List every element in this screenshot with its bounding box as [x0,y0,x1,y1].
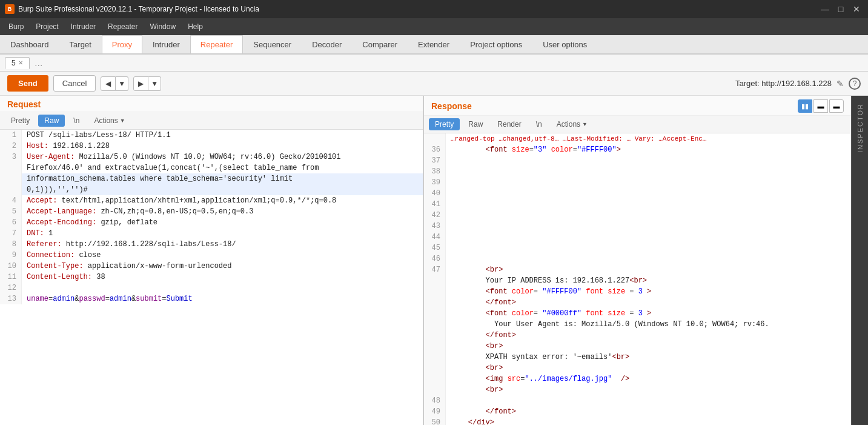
request-line: 6 Accept-Encoding: gzip, deflate [0,217,423,228]
request-line: 8 Referer: http://192.168.1.228/sqli-lab… [0,239,423,250]
menu-help[interactable]: Help [182,20,209,33]
response-line: 47 <br> [424,264,851,275]
request-line: 13 uname=admin&passwd=admin&submit=Submi… [0,293,423,304]
response-line: 49 </font> [424,406,851,417]
request-actions-chevron: ▼ [120,118,125,124]
response-line: 36 <font size="3" color="#FFFF00"> [424,144,851,155]
nav-back-group: ◀ ▼ [101,76,128,91]
toolbar: Send Cancel ◀ ▼ ▶ ▼ Target: http://192.1… [0,72,868,96]
tab-user-options[interactable]: User options [532,35,597,53]
request-line: 2 Host: 192.168.1.228 [0,141,423,152]
tab-decoder[interactable]: Decoder [302,35,352,53]
tab-comparer[interactable]: Comparer [352,35,408,53]
response-line: …ranged-top …changed,utf-8… …Last-Modifi… [424,133,851,144]
view-mode-list-button[interactable]: ▬ [813,99,828,113]
titlebar-controls[interactable]: — □ ✕ [818,2,863,16]
response-actions-dropdown[interactable]: Actions ▼ [551,118,594,130]
response-line: Your User Agent is: Mozilla/5.0 (Windows… [424,319,851,330]
nav-forward-dropdown[interactable]: ▼ [148,76,161,91]
request-tab-raw[interactable]: Raw [38,115,65,127]
response-line: 50 </div> [424,417,851,425]
nav-back-button[interactable]: ◀ [101,76,116,91]
response-line: XPATH syntax error: '~emails'<br> [424,352,851,363]
tab-extender[interactable]: Extender [408,35,460,53]
nav-forward-group: ▶ ▼ [133,76,161,91]
main-tabbar: Dashboard Target Proxy Intruder Repeater… [0,35,868,55]
menu-repeater[interactable]: Repeater [102,20,144,33]
response-line: 41 [424,199,851,210]
response-editor-tabbar: Pretty Raw Render \n Actions ▼ [424,116,851,133]
inspector-panel[interactable]: INSPECTOR [851,96,868,425]
response-line: 46 [424,253,851,264]
response-line: 42 [424,210,851,221]
request-line: 12 [0,283,423,293]
minimize-button[interactable]: — [818,2,832,16]
request-tab-newline[interactable]: \n [67,115,85,127]
request-line: 4 Accept: text/html,application/xhtml+xm… [0,195,423,206]
response-actions-chevron: ▼ [582,121,588,127]
target-text: Target: http://192.168.1.228 [735,79,832,88]
content-area: Request Pretty Raw \n Actions ▼ 1 POST /… [0,96,868,425]
response-line: <br> [424,341,851,352]
maximize-button[interactable]: □ [834,2,847,16]
request-actions-dropdown[interactable]: Actions ▼ [88,115,131,127]
tab-intruder[interactable]: Intruder [142,35,190,53]
sub-tab-5-label: 5 [12,59,16,67]
view-mode-full-button[interactable]: ▬ [829,99,844,113]
request-editor-tabbar: Pretty Raw \n Actions ▼ [0,112,423,130]
menu-intruder[interactable]: Intruder [65,20,102,33]
target-info: Target: http://192.168.1.228 ✎ ? [735,78,861,90]
request-code-editor[interactable]: 1 POST /sqli-labs/Less-18/ HTTP/1.1 2 Ho… [0,130,423,425]
tab-project-options[interactable]: Project options [460,35,532,53]
menu-window[interactable]: Window [144,20,182,33]
request-header: Request [0,96,423,112]
request-line: 3 User-Agent: Mozilla/5.0 (Windows NT 10… [0,152,423,162]
response-tab-render[interactable]: Render [491,118,527,130]
response-line: <font color= "#FFFF00" font size = 3 > [424,286,851,297]
titlebar-left: B Burp Suite Professional v2020.12.1 - T… [5,4,259,14]
response-line: 37 [424,155,851,166]
cancel-button[interactable]: Cancel [53,75,96,92]
tab-dashboard[interactable]: Dashboard [0,35,59,53]
titlebar: B Burp Suite Professional v2020.12.1 - T… [0,0,868,18]
menu-project[interactable]: Project [30,20,64,33]
request-line: information_schema.tables where table_sc… [0,173,423,184]
request-tab-pretty[interactable]: Pretty [5,115,36,127]
close-button[interactable]: ✕ [850,2,863,16]
app-icon: B [5,4,15,14]
inspector-label[interactable]: INSPECTOR [856,96,864,160]
sub-tab-more[interactable]: … [32,58,45,68]
response-tab-newline[interactable]: \n [530,118,548,130]
nav-back-dropdown[interactable]: ▼ [116,76,128,91]
sub-tab-5-close[interactable]: ✕ [18,59,23,66]
response-line: 39 [424,177,851,188]
edit-target-icon[interactable]: ✎ [837,79,844,89]
tab-target[interactable]: Target [59,35,102,53]
request-line: 11 Content-Length: 38 [0,272,423,283]
tab-proxy[interactable]: Proxy [102,35,142,53]
response-line: </font> [424,330,851,341]
sub-tab-5[interactable]: 5 ✕ [5,57,30,69]
send-button[interactable]: Send [7,75,48,92]
response-code-editor[interactable]: …ranged-top …changed,utf-8… …Last-Modifi… [424,133,851,425]
request-line: 5 Accept-Language: zh-CN,zh;q=0.8,en-US;… [0,206,423,217]
menubar: Burp Project Intruder Repeater Window He… [0,18,868,35]
nav-forward-button[interactable]: ▶ [133,76,148,91]
request-line: 0,1))),'','')# [0,184,423,195]
help-icon[interactable]: ? [849,78,861,90]
request-line: 1 POST /sqli-labs/Less-18/ HTTP/1.1 [0,130,423,141]
view-mode-buttons: ▮▮ ▬ ▬ [798,99,844,113]
request-panel: Request Pretty Raw \n Actions ▼ 1 POST /… [0,96,424,425]
response-line: 40 [424,188,851,199]
view-mode-split-button[interactable]: ▮▮ [798,99,812,113]
panel-resize-handle[interactable] [419,323,423,425]
tab-sequencer[interactable]: Sequencer [243,35,302,53]
response-tab-pretty[interactable]: Pretty [429,118,460,130]
request-line: 10 Content-Type: application/x-www-form-… [0,261,423,272]
response-tab-raw[interactable]: Raw [462,118,489,130]
tab-repeater[interactable]: Repeater [190,35,243,53]
menu-burp[interactable]: Burp [2,20,30,33]
app-title: Burp Suite Professional v2020.12.1 - Tem… [18,5,259,13]
response-line: <br> [424,363,851,373]
response-line: 48 [424,395,851,406]
